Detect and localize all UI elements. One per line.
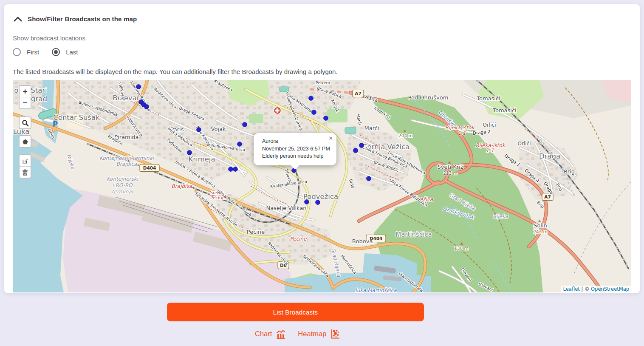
map-label: 1.1 — [458, 130, 466, 136]
heatmap-link-label: Heatmap — [298, 330, 326, 338]
popup-broadcast-name: Aurora — [262, 138, 331, 145]
radio-first[interactable]: First — [13, 48, 39, 56]
zoom-in-button[interactable]: + — [20, 86, 31, 97]
map-label: Tomasići — [492, 107, 516, 113]
svg-text:A7: A7 — [355, 91, 361, 96]
map-label: ▲ — [448, 160, 451, 164]
map-label: Brajdica — [172, 183, 192, 189]
road-shield-d404: D404 — [140, 164, 159, 172]
broadcast-popup: × Aurora November 25, 2023 6:57 PM Elder… — [254, 133, 336, 165]
map-label: Pelkera — [316, 80, 330, 85]
panel-collapse-header[interactable]: Show/Filter Broadcasts on the map — [13, 4, 631, 23]
search-button[interactable] — [20, 117, 31, 128]
map-label: ▲ — [404, 128, 407, 133]
map-attribution: Leaflet | © OpenStreetMap — [561, 286, 631, 292]
svg-text:A7: A7 — [544, 194, 551, 199]
map-label: P — [53, 120, 58, 128]
broadcast-marker[interactable] — [233, 167, 238, 172]
chevron-up-icon — [14, 16, 22, 22]
broadcast-marker[interactable] — [237, 142, 242, 147]
map-label: Orlići — [483, 122, 496, 128]
heatmap-icon — [330, 329, 340, 339]
broadcast-marker[interactable] — [309, 96, 314, 101]
map-label: Krimeja — [188, 155, 215, 163]
broadcast-marker[interactable] — [305, 200, 309, 204]
map-label: Bobova — [352, 238, 373, 244]
map-label: 204 m — [398, 133, 413, 138]
draw-polygon-control-group — [19, 135, 31, 148]
map-label: Pećine — [290, 236, 307, 242]
radio-last-label: Last — [66, 48, 78, 56]
broadcast-marker[interactable] — [136, 85, 141, 89]
view-links: Chart Heatmap — [255, 329, 340, 339]
heatmap-link[interactable]: Heatmap — [298, 329, 340, 339]
openstreetmap-link[interactable]: OpenStreetMap — [591, 286, 629, 292]
broadcast-marker[interactable] — [367, 176, 371, 181]
broadcast-marker[interactable] — [359, 143, 364, 148]
bar-chart-icon — [276, 329, 286, 339]
leaflet-link[interactable]: Leaflet — [563, 286, 580, 292]
broadcasts-map[interactable]: A7A7D404D404D8 oljić-StarigradCentar-Suš… — [13, 80, 631, 292]
map-label: Rijeka istok — [445, 125, 475, 130]
broadcast-location-radio-group: First Last — [13, 48, 631, 56]
popup-broadcast-message: Elderly person needs help — [262, 153, 331, 160]
map-label: Pećine — [247, 229, 265, 235]
map-label: Vojak — [211, 126, 226, 132]
trash-icon — [22, 169, 28, 176]
bottom-actions: List Broadcasts Chart Heatmap — [0, 293, 644, 346]
edit-delete-control-group — [19, 154, 31, 179]
map-label: Solin — [534, 222, 547, 229]
map-label: Brig — [564, 168, 575, 175]
map-label: Centar-Sušak — [53, 113, 100, 122]
map-label: Draga — [539, 152, 560, 160]
map-label: terminal — [112, 189, 134, 195]
pitch-icon — [345, 128, 356, 133]
map-label: grad — [31, 95, 47, 103]
chart-link-label: Chart — [255, 330, 272, 338]
edit-icon — [22, 158, 28, 164]
popup-close-icon[interactable]: × — [329, 135, 333, 141]
broadcast-marker[interactable] — [312, 110, 316, 115]
map-label: Kontejnerski — [107, 176, 139, 182]
panel-title: Show/Filter Broadcasts on the map — [28, 15, 137, 23]
radio-first-label: First — [27, 48, 39, 56]
zoom-out-button[interactable]: − — [20, 97, 31, 108]
map-label: 213 m — [443, 170, 458, 176]
edit-layers-button[interactable] — [20, 155, 31, 167]
map-hint-text: The listed Broadcasts will be displayed … — [13, 68, 631, 75]
broadcast-marker[interactable] — [324, 116, 328, 121]
attribution-separator: | © — [580, 286, 591, 292]
popup-broadcast-datetime: November 25, 2023 6:57 PM — [262, 145, 331, 153]
map-label: ▲ — [460, 241, 463, 245]
delete-layers-button[interactable] — [20, 167, 31, 178]
show-broadcast-locations-label: Show broadcast locations — [13, 34, 631, 42]
radio-first-control[interactable] — [13, 48, 21, 56]
map-label: 130 m — [454, 246, 469, 251]
broadcast-marker[interactable] — [144, 105, 149, 109]
broadcast-marker[interactable] — [187, 150, 192, 155]
map-label: i RO-RO — [112, 182, 133, 188]
radio-last[interactable]: Last — [52, 48, 78, 56]
broadcast-marker[interactable] — [197, 128, 201, 132]
zoom-control-group: + − — [19, 85, 31, 109]
list-broadcasts-button[interactable]: List Broadcasts — [167, 303, 424, 321]
broadcast-marker[interactable] — [243, 122, 247, 127]
broadcast-marker[interactable] — [229, 167, 233, 172]
map-label: Tomasići — [476, 95, 500, 102]
map-label: ▲ — [538, 218, 541, 223]
chart-link[interactable]: Chart — [255, 329, 286, 339]
broadcast-marker[interactable] — [353, 148, 358, 153]
svg-text:D404: D404 — [143, 165, 156, 170]
radio-last-control[interactable] — [52, 48, 60, 56]
broadcast-marker[interactable] — [316, 200, 320, 205]
map-label: Naselje Vulkan — [266, 205, 306, 211]
map-canvas: A7A7D404D404D8 oljić-StarigradCentar-Suš… — [13, 80, 631, 292]
draw-polygon-button[interactable] — [20, 136, 31, 147]
map-label: 1-1 — [486, 147, 494, 153]
search-control-group — [19, 116, 31, 129]
map-label: Sveti Križ — [437, 164, 463, 170]
map-label: Rijeka — [493, 213, 508, 219]
map-label: Martinšćica — [395, 231, 432, 238]
map-label: Marči — [364, 125, 379, 131]
map-label: 242 m — [533, 229, 548, 234]
